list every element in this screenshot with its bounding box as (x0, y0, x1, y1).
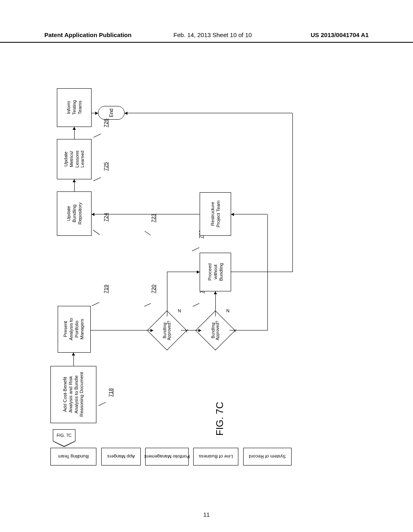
ref-718: 718 (108, 388, 114, 397)
decision-721: Bundling Approved? (201, 316, 229, 345)
figure-label: FIG. 7C (203, 413, 237, 424)
decision-720-y: Y (185, 328, 188, 333)
offpage-connector-in: FIG. 7C (53, 429, 75, 441)
box-proceed-without-bundling: Proceed without Bundling (200, 253, 231, 291)
decision-720: Bundling Approved? (153, 316, 181, 345)
decision-720-n: N (178, 308, 181, 313)
lane-system-of-record: System of Record (243, 448, 292, 466)
box-present-analysis: Present Analysis to Portfolio Managers (58, 306, 91, 353)
decision-721-n: N (226, 308, 229, 313)
lane-portfolio-management: Portfolio Management (145, 448, 189, 466)
ref-719: 719 (103, 285, 109, 293)
flowchart-diagram: Bundling Team App Mangers Portfolio Mana… (50, 66, 357, 466)
page-header: Patent Application Publication Feb. 14, … (0, 31, 413, 43)
swimlane-labels: Bundling Team App Mangers Portfolio Mana… (50, 448, 357, 466)
ref-725: 725 (103, 162, 109, 171)
ref-720: 720 (150, 285, 156, 293)
header-center: Feb. 14, 2013 Sheet 10 of 10 (173, 31, 252, 38)
ref-723: 723 (150, 214, 156, 222)
page-number: 11 (0, 511, 413, 518)
lane-bundling-team: Bundling Team (50, 448, 96, 466)
box-update-metrics: Update Metrics/ Lessons Learned (57, 139, 92, 179)
lane-app-managers: App Mangers (101, 448, 141, 466)
box-inform-testing-teams: Inform Testing Teams (57, 88, 92, 127)
lane-line-of-business: Line of Business (193, 448, 238, 466)
terminator-end: End (98, 106, 125, 120)
header-left: Patent Application Publication (44, 31, 131, 38)
box-restructure-project-team: Restructure Project Team (200, 192, 231, 236)
decision-721-y: Y (234, 328, 236, 333)
box-add-cost-benefit: Add Cost-Benefit Analysis and Risk Analy… (50, 366, 96, 423)
header-right: US 2013/0041704 A1 (311, 31, 369, 38)
box-update-bundling-repo: Update Bundling Repository (57, 191, 92, 236)
ref-726: 726 (103, 118, 109, 127)
